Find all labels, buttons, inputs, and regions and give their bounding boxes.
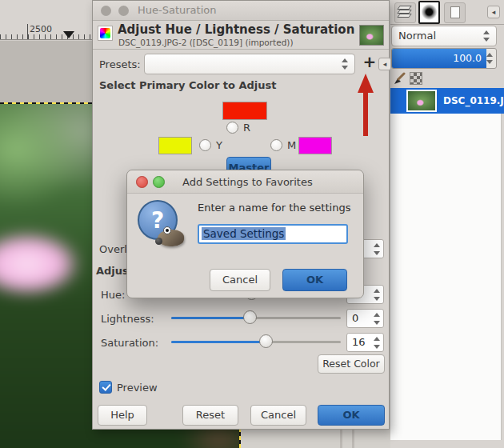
radio-y[interactable] (199, 139, 211, 151)
reset-color-button[interactable]: Reset Color (318, 354, 385, 374)
lock-buttons-row (390, 70, 504, 88)
spin-arrows-icon[interactable] (372, 311, 382, 326)
layer-mode-value: Normal (398, 30, 436, 42)
layer-mode-select[interactable]: Normal (391, 26, 497, 46)
presets-menu-button[interactable]: ◂ (378, 58, 391, 70)
settings-name-input[interactable]: Saved Settings (198, 224, 348, 244)
menu-arrow-icon: ◂ (492, 8, 496, 16)
hue-label: Hue: (101, 289, 125, 301)
cancel-button[interactable]: Cancel (250, 405, 306, 426)
dock-tab-bar: ◂ (390, 0, 504, 25)
canvas-edge-lines (336, 430, 363, 448)
tab-document[interactable] (444, 2, 466, 23)
saturation-value: 16 (352, 336, 366, 348)
menu-arrow-icon: ◂ (383, 60, 387, 68)
radio-m-label: M (287, 139, 296, 151)
image-window-top-strip (0, 0, 92, 23)
swatch-yellow (158, 137, 192, 154)
header-subtitle: DSC_0119.JPG-2 ([DSC_0119] (imported)) (118, 38, 294, 47)
gimp-mascot-icon (158, 226, 186, 247)
favorites-titlebar[interactable]: Add Settings to Favorites (127, 170, 363, 194)
hue-saturation-tool-icon (98, 26, 113, 41)
presets-select[interactable] (144, 54, 355, 74)
minimize-button-icon[interactable] (153, 176, 165, 188)
tab-layers[interactable] (394, 2, 416, 23)
ruler-label: 2500 (30, 24, 52, 34)
spin-arrows-icon[interactable] (372, 335, 382, 350)
swatch-magenta (298, 137, 332, 154)
layers-panel: ◂ Normal 100.0 DSC_0119.JPG (390, 0, 504, 448)
presets-label: Presets: (99, 58, 141, 70)
ruler-ticks (0, 34, 92, 39)
tab-active-dot[interactable] (418, 1, 440, 24)
saturation-slider[interactable] (171, 334, 341, 349)
close-button-icon[interactable] (136, 176, 148, 188)
radio-r[interactable] (226, 122, 238, 134)
add-preset-button[interactable]: + (360, 52, 379, 73)
radio-m[interactable] (270, 139, 282, 151)
lightness-value: 0 (352, 312, 358, 324)
layer-thumbnail (406, 90, 437, 112)
paintbrush-icon[interactable] (393, 72, 406, 86)
header-title: Adjust Hue / Lightness / Saturation (118, 22, 354, 37)
paper-icon (450, 6, 460, 18)
combo-spinner-icon (342, 58, 349, 70)
canvas-background-lower (241, 430, 390, 448)
preview-checkbox[interactable] (99, 381, 112, 394)
fuzzy-dot-icon (420, 2, 438, 22)
dock-menu-button[interactable]: ◂ (487, 6, 500, 18)
horizontal-ruler: 2500 (0, 23, 92, 40)
prompt-text: Enter a name for the settings (198, 202, 350, 214)
spin-arrows-icon[interactable] (372, 287, 382, 302)
preview-label: Preview (117, 382, 158, 394)
layer-list-empty-area (390, 114, 502, 440)
favorites-ok-button[interactable]: OK (282, 269, 347, 291)
opacity-value: 100.0 (453, 52, 482, 64)
layers-stack-icon (398, 6, 413, 19)
add-settings-dialog: Add Settings to Favorites ? Enter a name… (126, 170, 364, 298)
combo-spinner-icon (483, 30, 490, 42)
opacity-spinner-icon (486, 53, 494, 64)
lightness-label: Lightness: (101, 313, 154, 325)
swatch-red (222, 102, 267, 120)
window-button-icon[interactable] (101, 6, 111, 16)
spin-arrows-icon[interactable] (372, 242, 382, 257)
layer-row-selected[interactable]: DSC_0119.JPG (390, 88, 504, 114)
radio-y-label: Y (216, 139, 222, 151)
favorites-cancel-button[interactable]: Cancel (210, 269, 270, 291)
alpha-checker-icon[interactable] (410, 72, 422, 85)
reset-button[interactable]: Reset (182, 405, 238, 426)
ruler-position-marker-icon (63, 31, 74, 38)
lightness-spinbox[interactable]: 0 (346, 309, 384, 328)
plus-icon: + (363, 52, 377, 71)
opacity-slider[interactable]: 100.0 (391, 48, 497, 69)
help-button[interactable]: Help (98, 405, 147, 426)
image-thumbnail (359, 25, 384, 46)
lightness-slider[interactable] (171, 310, 341, 325)
saturation-label: Saturation: (101, 337, 158, 349)
dialog-titlebar[interactable]: Hue-Saturation (93, 1, 389, 21)
favorites-title: Add Settings to Favorites (182, 176, 313, 188)
dialog-title: Hue-Saturation (138, 4, 216, 16)
saturation-spinbox[interactable]: 16 (346, 333, 384, 352)
select-color-heading: Select Primary Color to Adjust (99, 79, 277, 91)
ok-button[interactable]: OK (318, 405, 385, 426)
layer-name: DSC_0119.JPG (443, 88, 504, 114)
annotation-arrow-icon (352, 74, 381, 138)
window-button-icon[interactable] (118, 6, 129, 16)
radio-r-label: R (243, 122, 250, 134)
dialog-header: Adjust Hue / Lightness / Saturation DSC_… (93, 22, 389, 50)
selected-text: Saved Settings (202, 227, 286, 240)
